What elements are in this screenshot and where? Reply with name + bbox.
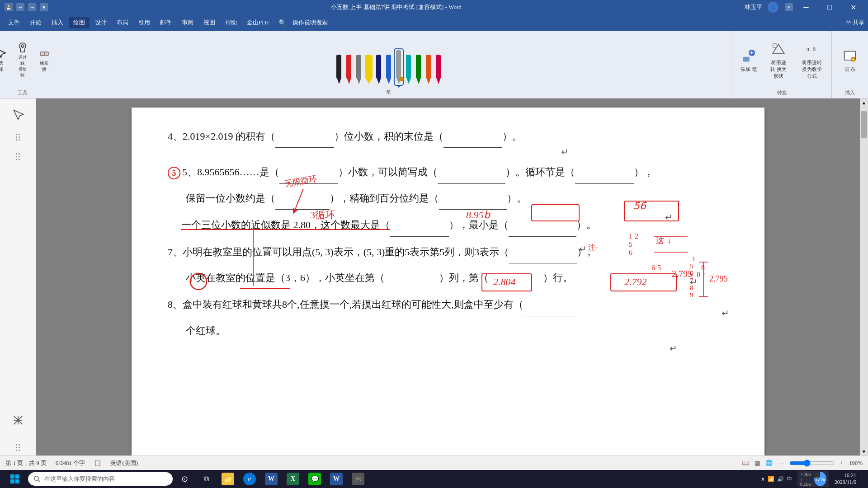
q6-text-prefix: 一个三位小数的近似数是 2.80，这个数最大是（ [181,219,390,230]
user-avatar[interactable]: 👤 [768,2,778,13]
convert-group: 添加 笔 → 将墨迹转 换为形状 π x̄ [732,31,832,98]
tray-chevron[interactable]: ∧ [761,476,765,483]
convert-group-title: 转换 [777,88,787,96]
menu-start[interactable]: 开始 [25,17,46,28]
net-percent: 77% [814,472,826,486]
task-word2[interactable]: W [326,470,346,488]
tray-sound[interactable]: 🔊 [777,476,784,483]
left-panel [0,99,36,455]
pen-blue[interactable] [385,54,393,85]
redo-icon[interactable]: ↪ [28,3,36,11]
pen-yellow[interactable] [365,54,373,85]
pen-cyan[interactable] [405,54,413,85]
menu-help[interactable]: 帮助 [221,17,241,28]
q7-blank1 [509,241,577,263]
pen-black[interactable] [335,54,343,85]
left-tool-cross[interactable] [7,409,29,432]
to-math-button[interactable]: π x̄ 将墨迹转 换为教学公式 [796,38,828,82]
task-explorer[interactable]: 📁 [218,470,238,488]
insert-group-title: 插入 [845,88,855,96]
task-word[interactable]: W [261,470,281,488]
title-bar: 💾 ↩ ↪ ▼ 小五数 上半 基础第7讲 期中考试 [兼容模式] - Word … [0,0,868,14]
svg-rect-66 [15,479,19,483]
pen-green[interactable] [415,54,423,85]
task-cortana[interactable]: ⊙ [175,470,194,488]
q5-circled-num: 5 [168,167,180,179]
dots-handle-2 [16,153,20,160]
menu-jinshan[interactable]: 金山PDF [242,17,274,28]
zoom-slider[interactable] [789,460,835,467]
share-icon[interactable]: ⎘ [785,3,793,11]
q5-blank5 [439,188,507,210]
taskbar-search[interactable]: 在这里输入你要搜索的内容 [28,472,173,486]
view-mode-read[interactable]: 📖 [742,460,749,467]
menu-search[interactable]: 操作说明搜索 [288,17,332,28]
scroll-thumb[interactable] [861,111,867,138]
pen-selected-gray[interactable] [395,49,403,85]
q4-blank2 [443,126,502,148]
menu-design[interactable]: 设计 [90,17,111,28]
to-shape-button[interactable]: → 将墨迹转 换为形状 [765,38,793,82]
task-game[interactable]: 🎮 [348,470,368,488]
add-pen-button[interactable]: 添加 笔 [736,45,761,75]
tray-input-method[interactable]: 中 [787,475,792,483]
pen-crimson[interactable] [434,54,443,85]
net-speeds: ↑ 0k/s ↓ 0.2k/s [800,472,812,487]
scroll-down-arrow[interactable]: ▼ [860,447,868,455]
taskbar: 在这里输入你要搜索的内容 ⊙ ⧉ 📁 e W X 💬 W 🎮 ∧ 📶 🔊 中 [0,470,868,488]
menu-draw[interactable]: 绘图 [69,17,90,28]
task-wechat[interactable]: 💬 [305,470,325,488]
document-area[interactable]: ↵ 无限循环 3循环 8.95ḃ 5̇6̇ ↵ ↵ [36,99,860,455]
close-button[interactable]: ✕ [843,0,863,14]
pen-gray[interactable] [355,54,363,85]
question-6: 一个三位小数的近似数是 2.80，这个数最大是（ ），最小是（ ）。 [168,214,728,236]
select-tool[interactable]: 选择 [0,44,10,76]
pen-red[interactable] [345,54,353,85]
left-tool-arrow[interactable] [7,103,29,126]
menu-mail[interactable]: 邮件 [156,17,176,28]
svg-text:→: → [777,54,780,56]
menu-file[interactable]: 文件 [4,17,24,28]
clock-time: 16:21 [844,472,856,479]
pens-group-title: 笔 [386,87,391,95]
restore-button[interactable]: □ [819,0,840,14]
page-info: 第 1 页，共 9 页 [5,459,47,467]
view-mode-layout[interactable]: ▦ [755,460,760,467]
show-desktop-button[interactable] [862,472,864,486]
scroll-up-arrow[interactable]: ▲ [860,99,868,107]
network-widget[interactable]: ↑ 0k/s ↓ 0.2k/s 77% [797,471,829,487]
task-edge[interactable]: e [240,470,259,488]
system-tray: ∧ 📶 🔊 中 ↑ 0k/s ↓ 0.2k/s 77% 16:21 2020/1… [757,471,864,487]
q5-blank1 [279,161,338,183]
task-excel[interactable]: X [283,470,303,488]
minimize-button[interactable]: ─ [796,0,816,14]
touch-draw-label: 通过触摸绘制 [17,55,28,78]
question-5-line2: 保留一位小数约是（ ），精确到百分位约是（ ）。 [186,188,728,210]
touch-draw-tool[interactable]: 通过触摸绘制 [14,38,32,82]
quick-access-icon[interactable]: ▼ [40,3,48,11]
undo-icon[interactable]: ↩ [16,3,24,11]
task-view-button[interactable]: ⧉ [196,470,216,488]
pen-orange[interactable] [425,54,433,85]
menu-review[interactable]: 审阅 [177,17,198,28]
start-button[interactable] [4,470,26,488]
q6-blank1 [390,214,449,236]
question-7-line2: 小英在教室的位置是（3，6），小英坐在第（ ）列，第（ ）行。 [186,267,728,289]
view-mode-web[interactable]: 🌐 [765,460,773,467]
draw-canvas-button[interactable]: 画 布 [837,45,863,75]
pen-navy[interactable] [375,54,383,85]
pens-group: 笔 [45,31,732,98]
menu-ref[interactable]: 引用 [134,17,155,28]
q8-blank1 [524,294,578,316]
menu-view[interactable]: 视图 [199,17,220,28]
q7-blank3 [489,267,543,289]
question-7: 7、小明在教室里的位置可以用点(5, 3)表示，(5, 3)重的5表示第5列，则… [168,241,728,263]
menu-layout[interactable]: 布局 [112,17,133,28]
share-label[interactable]: ♾ 共享 [846,19,864,27]
right-scrollbar[interactable]: ▲ ▼ [860,99,868,455]
save-icon[interactable]: 💾 [5,3,13,11]
system-clock[interactable]: 16:21 2020/11/6 [831,472,860,486]
svg-text:x̄: x̄ [813,47,816,52]
menu-insert[interactable]: 插入 [47,17,68,28]
tray-network[interactable]: 📶 [768,476,774,483]
